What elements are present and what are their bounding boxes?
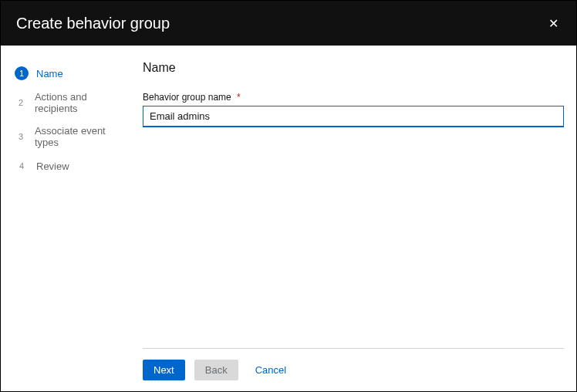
- wizard-footer: Next Back Cancel: [143, 348, 564, 391]
- wizard-step-actions[interactable]: 2 Actions and recipients: [15, 86, 121, 120]
- wizard-sidebar: 1 Name 2 Actions and recipients 3 Associ…: [1, 46, 130, 391]
- step-label: Actions and recipients: [35, 91, 121, 114]
- field-label: Behavior group name *: [143, 92, 564, 103]
- wizard-main: Name Behavior group name * Next Back Can…: [130, 46, 576, 391]
- close-icon[interactable]: ✕: [545, 15, 561, 31]
- wizard-step-name[interactable]: 1 Name: [15, 61, 121, 86]
- modal-header: Create behavior group ✕: [1, 1, 576, 46]
- field-label-text: Behavior group name: [143, 92, 231, 103]
- wizard-step-review[interactable]: 4 Review: [15, 154, 121, 178]
- field-group: Behavior group name *: [143, 92, 564, 127]
- cancel-button[interactable]: Cancel: [248, 360, 294, 380]
- step-label: Associate event types: [35, 125, 121, 148]
- step-number: 4: [15, 159, 29, 173]
- modal-body: 1 Name 2 Actions and recipients 3 Associ…: [1, 46, 576, 391]
- behavior-group-name-input[interactable]: [143, 106, 564, 127]
- page-title: Name: [143, 61, 564, 75]
- step-label: Review: [36, 161, 69, 172]
- modal-title: Create behavior group: [16, 15, 170, 32]
- required-indicator: *: [237, 92, 241, 103]
- step-number: 3: [15, 130, 27, 144]
- step-number: 2: [15, 96, 27, 110]
- wizard-step-events[interactable]: 3 Associate event types: [15, 120, 121, 154]
- content-area: Name Behavior group name *: [143, 61, 564, 348]
- back-button[interactable]: Back: [194, 360, 238, 380]
- next-button[interactable]: Next: [143, 360, 185, 380]
- step-number: 1: [15, 66, 29, 80]
- step-label: Name: [36, 68, 63, 79]
